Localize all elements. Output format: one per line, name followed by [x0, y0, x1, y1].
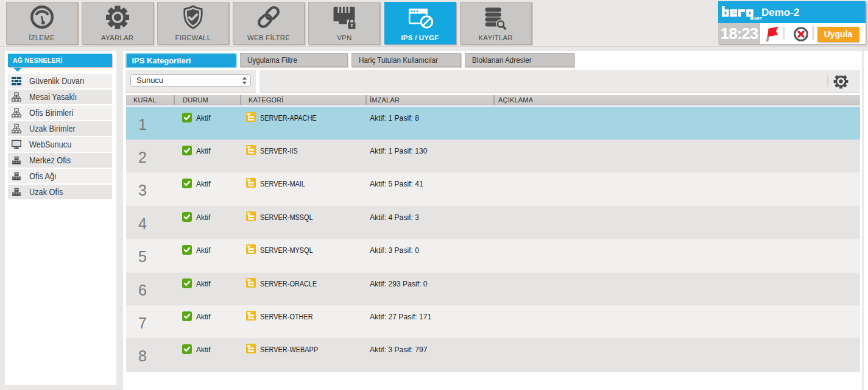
svg-text:Demo-2: Demo-2 [761, 7, 799, 18]
